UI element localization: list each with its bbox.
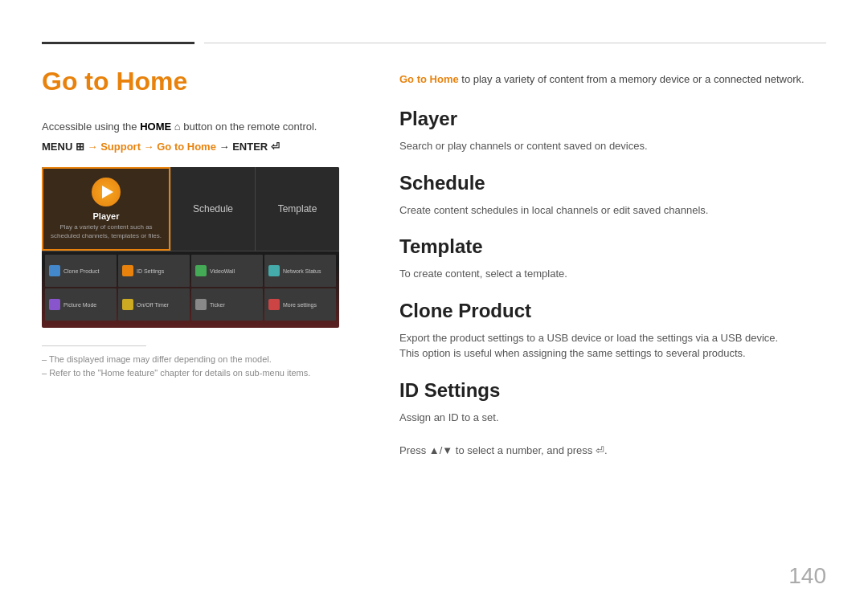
section-desc-template: To create content, select a template.: [399, 266, 826, 282]
mockup-bottom-grid: Clone Product ID Settings VideoWall Netw…: [42, 251, 339, 324]
mockup-top: Player Play a variety of content such as…: [42, 167, 339, 251]
list-item: VideoWall: [191, 255, 263, 287]
mockup-player-label: Player: [92, 211, 119, 221]
list-item: ID Settings: [118, 255, 190, 287]
mockup-template-cell: Template: [255, 167, 339, 251]
section-heading-player: Player: [399, 108, 826, 130]
mockup-player-sublabel: Play a variety of content such as schedu…: [50, 223, 162, 240]
network-icon: [268, 265, 280, 276]
section-desc-id-1: Assign an ID to a set.: [399, 410, 826, 426]
videowall-icon: [195, 265, 207, 276]
picture-icon: [49, 299, 60, 310]
ticker-icon: [195, 299, 207, 310]
mockup-schedule-label: Schedule: [193, 203, 233, 215]
footnote-divider: [42, 345, 146, 346]
accessible-text: Accessible using the HOME ⌂ button on th…: [42, 121, 351, 133]
footnote-1: – The displayed image may differ dependi…: [42, 354, 351, 364]
mockup-template-label: Template: [278, 203, 317, 215]
mockup-screenshot: Player Play a variety of content such as…: [42, 167, 339, 328]
play-triangle: [102, 186, 113, 198]
intro-text-rest: to play a variety of content from a memo…: [461, 73, 804, 85]
section-heading-id: ID Settings: [399, 379, 826, 402]
menu-path: MENU ⊞ → Support → Go to Home → ENTER ⏎: [42, 141, 351, 153]
play-icon: [92, 178, 121, 206]
list-item: On/Off Timer: [118, 288, 190, 321]
home-label: HOME: [140, 121, 171, 133]
section-heading-template: Template: [399, 235, 826, 258]
content-area: Go to Home Accessible using the HOME ⌂ b…: [0, 67, 868, 613]
list-item: Picture Mode: [45, 288, 117, 321]
list-item: Network Status: [264, 255, 336, 287]
intro-highlight: Go to Home: [399, 73, 459, 85]
section-desc-schedule: Create content schedules in local channe…: [399, 202, 826, 219]
list-item: Clone Product: [45, 255, 117, 287]
left-column: Go to Home Accessible using the HOME ⌂ b…: [42, 67, 351, 613]
list-item: More settings: [264, 288, 336, 321]
top-rules: [0, 42, 868, 44]
section-desc-id-2: Press ▲/▼ to select a number, and press …: [399, 443, 826, 459]
mockup-schedule-cell: Schedule: [170, 167, 255, 251]
right-column: Go to Home to play a variety of content …: [399, 67, 826, 613]
rule-light: [204, 43, 826, 43]
more-icon: [268, 299, 280, 310]
section-desc-player: Search or play channels or content saved…: [399, 138, 826, 154]
list-item: Ticker: [191, 288, 263, 321]
page-number: 140: [788, 563, 826, 589]
clone-icon: [49, 265, 60, 276]
page-title: Go to Home: [42, 67, 351, 96]
rule-dark: [42, 42, 194, 44]
footnote-2: – Refer to the "Home feature" chapter fo…: [42, 368, 351, 378]
page-container: Go to Home Accessible using the HOME ⌂ b…: [0, 0, 868, 613]
mockup-player-cell: Player Play a variety of content such as…: [42, 167, 170, 251]
timer-icon: [122, 299, 133, 310]
section-heading-schedule: Schedule: [399, 172, 826, 194]
intro-paragraph: Go to Home to play a variety of content …: [399, 73, 826, 85]
section-heading-clone: Clone Product: [399, 300, 826, 322]
id-icon: [122, 265, 133, 276]
section-desc-clone: Export the product settings to a USB dev…: [399, 330, 826, 362]
